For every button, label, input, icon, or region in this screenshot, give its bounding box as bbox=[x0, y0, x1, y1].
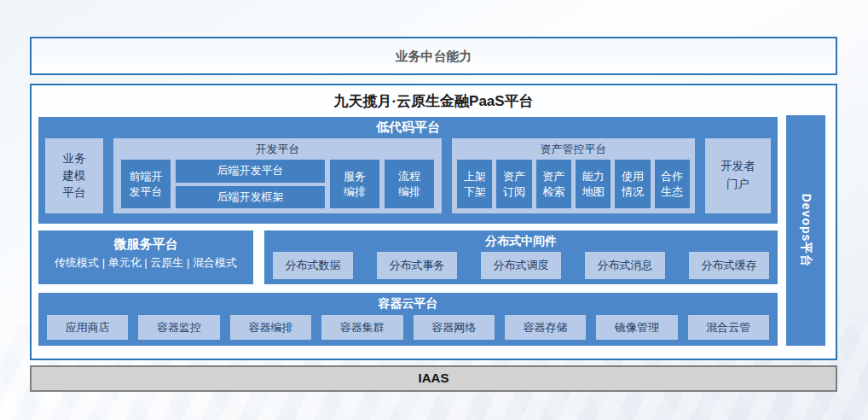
dev-platform-title: 开发平台 bbox=[113, 138, 442, 160]
microservice-modes: 传统模式 | 单元化 | 云原生 | 混合模式 bbox=[38, 255, 253, 271]
asset-control-title: 资产管控平台 bbox=[452, 138, 695, 160]
container-cloud-title: 容器云平台 bbox=[38, 293, 778, 312]
box-container-orchestration: 容器编排 bbox=[230, 315, 311, 340]
group-asset-control-platform: 资产管控平台 上架 下架 资产 订阅 资产 检索 能力 地图 使用 情况 合作 … bbox=[452, 138, 695, 213]
lowcode-title: 低代码平台 bbox=[38, 117, 778, 136]
iaas-bar: IAAS bbox=[30, 365, 837, 392]
box-service-orchestration: 服务 编排 bbox=[330, 160, 379, 208]
lowcode-content-row: 业务 建模 平台 开发平台 前端开 发平台 后端开发平台 后端开发框架 服务 编… bbox=[45, 138, 771, 213]
box-backend-dev-platform: 后端开发平台 bbox=[176, 160, 325, 183]
platform-title: 九天揽月·云原生金融PaaS平台 bbox=[32, 85, 836, 117]
box-image-management: 镜像管理 bbox=[596, 315, 677, 340]
box-business-modeling-platform: 业务 建模 平台 bbox=[45, 138, 103, 213]
box-developer-portal: 开发者 门户 bbox=[705, 138, 771, 213]
box-cooperation-ecosystem: 合作 生态 bbox=[655, 160, 690, 208]
business-middle-platform-banner: 业务中台能力 bbox=[30, 37, 837, 75]
box-process-orchestration: 流程 编排 bbox=[385, 160, 434, 208]
box-distributed-transaction: 分布式事务 bbox=[377, 252, 457, 279]
box-usage-status: 使用 情况 bbox=[615, 160, 650, 208]
box-app-store: 应用商店 bbox=[47, 315, 128, 340]
devops-label: Devops平台 bbox=[798, 194, 813, 268]
box-distributed-data: 分布式数据 bbox=[273, 252, 353, 279]
middle-row: 微服务平台 传统模式 | 单元化 | 云原生 | 混合模式 分布式中间件 分布式… bbox=[38, 230, 778, 284]
box-distributed-cache: 分布式缓存 bbox=[689, 252, 769, 279]
box-container-cluster: 容器集群 bbox=[321, 315, 402, 340]
asset-control-row: 上架 下架 资产 订阅 资产 检索 能力 地图 使用 情况 合作 生态 bbox=[457, 160, 690, 208]
box-capability-map: 能力 地图 bbox=[576, 160, 610, 208]
section-devops-platform: Devops平台 bbox=[786, 115, 825, 346]
section-microservice-platform: 微服务平台 传统模式 | 单元化 | 云原生 | 混合模式 bbox=[38, 230, 253, 284]
box-backend-dev-framework: 后端开发框架 bbox=[176, 186, 325, 209]
box-container-storage: 容器存储 bbox=[505, 315, 586, 340]
box-shelf-unshelf: 上架 下架 bbox=[457, 160, 492, 208]
box-distributed-scheduling: 分布式调度 bbox=[481, 252, 561, 279]
group-backend-stack: 后端开发平台 后端开发框架 bbox=[176, 160, 325, 208]
section-distributed-middleware: 分布式中间件 分布式数据 分布式事务 分布式调度 分布式消息 分布式缓存 bbox=[264, 230, 778, 284]
dev-platform-row: 前端开 发平台 后端开发平台 后端开发框架 服务 编排 流程 编排 bbox=[121, 160, 434, 208]
box-container-monitoring: 容器监控 bbox=[138, 315, 219, 340]
box-container-network: 容器网络 bbox=[414, 315, 495, 340]
microservice-title: 微服务平台 bbox=[38, 230, 253, 253]
box-hybrid-cloud-management: 混合云管 bbox=[688, 315, 769, 340]
group-dev-platform: 开发平台 前端开 发平台 后端开发平台 后端开发框架 服务 编排 流程 编排 bbox=[113, 138, 442, 213]
box-asset-subscription: 资产 订阅 bbox=[496, 160, 531, 208]
container-cloud-row: 应用商店 容器监控 容器编排 容器集群 容器网络 容器存储 镜像管理 混合云管 bbox=[47, 315, 769, 340]
box-asset-search: 资产 检索 bbox=[536, 160, 571, 208]
middleware-row: 分布式数据 分布式事务 分布式调度 分布式消息 分布式缓存 bbox=[273, 252, 769, 279]
box-frontend-dev-platform: 前端开 发平台 bbox=[121, 160, 171, 208]
middleware-title: 分布式中间件 bbox=[264, 230, 778, 249]
section-lowcode-platform: 低代码平台 业务 建模 平台 开发平台 前端开 发平台 后端开发平台 后端开发框… bbox=[38, 117, 778, 224]
paas-platform-panel: 九天揽月·云原生金融PaaS平台 低代码平台 业务 建模 平台 开发平台 前端开… bbox=[30, 84, 837, 360]
box-distributed-message: 分布式消息 bbox=[585, 252, 665, 279]
section-container-cloud-platform: 容器云平台 应用商店 容器监控 容器编排 容器集群 容器网络 容器存储 镜像管理… bbox=[38, 293, 778, 346]
